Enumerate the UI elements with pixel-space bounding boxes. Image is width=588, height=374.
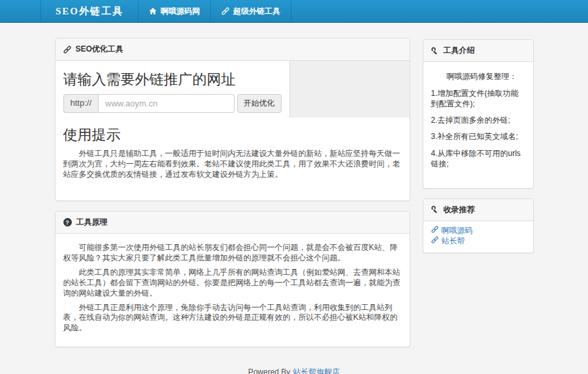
panel-title: 工具原理 — [76, 217, 108, 228]
nav-item-home-site[interactable]: 啊哦源码网 — [139, 0, 211, 22]
recommend-link-label: 站长帮 — [442, 236, 465, 246]
recommend-links-body: 啊哦源码 站长帮 — [423, 221, 533, 253]
home-icon — [149, 7, 157, 15]
principle-panel: ? 工具原理 可能很多第一次使用外链工具的站长朋友们都会担心同一个问题，就是会不… — [55, 211, 410, 347]
wrench-icon — [431, 47, 439, 55]
nav-item-label: 超级外链工具 — [233, 6, 280, 17]
seo-tool-panel: SEO优化工具 请输入需要外链推广的网址 http:// 开始优化 使用提示 外… — [55, 38, 410, 201]
link-icon — [63, 46, 71, 54]
result-placeholder — [289, 61, 410, 117]
intro-item: 2.去掉页面多余的外链; — [431, 115, 525, 125]
nav-item-super-link-tool[interactable]: 超级外链工具 — [211, 0, 291, 22]
nav-item-label: 啊哦源码网 — [161, 6, 200, 17]
intro-item: 1.增加配置文件(抽取功能到配置文件); — [431, 88, 525, 109]
tool-intro-panel: 工具介绍 啊哦源码修复整理： 1.增加配置文件(抽取功能到配置文件); 2.去掉… — [423, 39, 534, 189]
panel-title: 工具介绍 — [444, 45, 475, 56]
intro-lead: 啊哦源码修复整理： — [431, 71, 525, 82]
usage-tips-heading: 使用提示 — [63, 125, 402, 145]
url-input[interactable] — [98, 94, 234, 113]
intro-item: 4.从库中移除不可用的urls链接; — [431, 148, 525, 169]
principle-paragraph: 可能很多第一次使用外链工具的站长朋友们都会担心同一个问题，就是会不会被百度K站、… — [63, 243, 402, 264]
form-heading: 请输入需要外链推广的网址 — [63, 70, 282, 89]
recommend-link-label: 啊哦源码 — [442, 226, 473, 236]
usage-tips-text: 外链工具只是辅助工具，一般适用于短时间内无法建设大量外链的新站，新站应坚持每天做… — [63, 149, 402, 179]
panel-title: SEO优化工具 — [76, 44, 123, 55]
question-icon: ? — [63, 218, 72, 226]
recommend-link-zhanzhangbang[interactable]: 站长帮 — [431, 236, 525, 246]
url-form-area: 请输入需要外链推广的网址 http:// 开始优化 — [56, 61, 289, 117]
url-input-group: http:// 开始优化 — [63, 94, 282, 113]
link-icon — [431, 236, 438, 246]
recommend-links-panel: 收录推荐 啊哦源码 — [423, 198, 534, 253]
recommend-link-aoym[interactable]: 啊哦源码 — [431, 226, 525, 236]
link-icon — [431, 226, 438, 236]
sidebar-column: 工具介绍 啊哦源码修复整理： 1.增加配置文件(抽取功能到配置文件); 2.去掉… — [423, 39, 534, 263]
powered-by-link[interactable]: 站长帮旗舰店 — [293, 367, 340, 374]
seo-tool-panel-heading: SEO优化工具 — [56, 39, 410, 61]
tool-intro-body: 啊哦源码修复整理： 1.增加配置文件(抽取功能到配置文件); 2.去掉页面多余的… — [423, 62, 533, 188]
page-footer: Powered By站长帮旗舰店 当前时间：2018-11-17 01:35:4… — [0, 368, 588, 374]
panel-title: 收录推荐 — [444, 204, 475, 215]
powered-by-row: Powered By站长帮旗舰店 — [0, 368, 588, 374]
powered-by-text: Powered By — [248, 367, 291, 374]
principle-paragraph: 外链工具正是利用这个原理，免除你手动去访问每一个工具站查询，利用收集到的工具站列… — [63, 303, 402, 334]
seo-tool-body-top: 请输入需要外链推广的网址 http:// 开始优化 — [56, 61, 410, 117]
brand-link[interactable]: SEO外链工具 — [41, 0, 139, 22]
principle-panel-heading: ? 工具原理 — [56, 211, 410, 234]
start-optimize-button[interactable]: 开始优化 — [237, 94, 282, 113]
wrench-icon — [431, 206, 439, 213]
url-scheme-addon: http:// — [63, 94, 99, 113]
tool-intro-heading: 工具介绍 — [423, 40, 533, 62]
principle-body: 可能很多第一次使用外链工具的站长朋友们都会担心同一个问题，就是会不会被百度K站、… — [56, 234, 410, 347]
recommend-links-heading: 收录推荐 — [423, 199, 533, 221]
page-container: SEO优化工具 请输入需要外链推广的网址 http:// 开始优化 使用提示 外… — [55, 38, 534, 357]
navbar-inner: SEO外链工具 啊哦源码网 超级外链工具 — [41, 0, 588, 22]
main-column: SEO优化工具 请输入需要外链推广的网址 http:// 开始优化 使用提示 外… — [55, 38, 410, 357]
link-icon — [221, 7, 229, 15]
principle-paragraph: 此类工具的原理其实非常简单，网络上几乎所有的网站查询工具（例如爱站网、去查网和本… — [63, 268, 402, 298]
intro-item: 3.补全所有已知英文域名; — [431, 131, 525, 142]
top-navbar: SEO外链工具 啊哦源码网 超级外链工具 — [0, 0, 588, 23]
usage-tips-section: 使用提示 外链工具只是辅助工具，一般适用于短时间内无法建设大量外链的新站，新站应… — [56, 117, 410, 200]
